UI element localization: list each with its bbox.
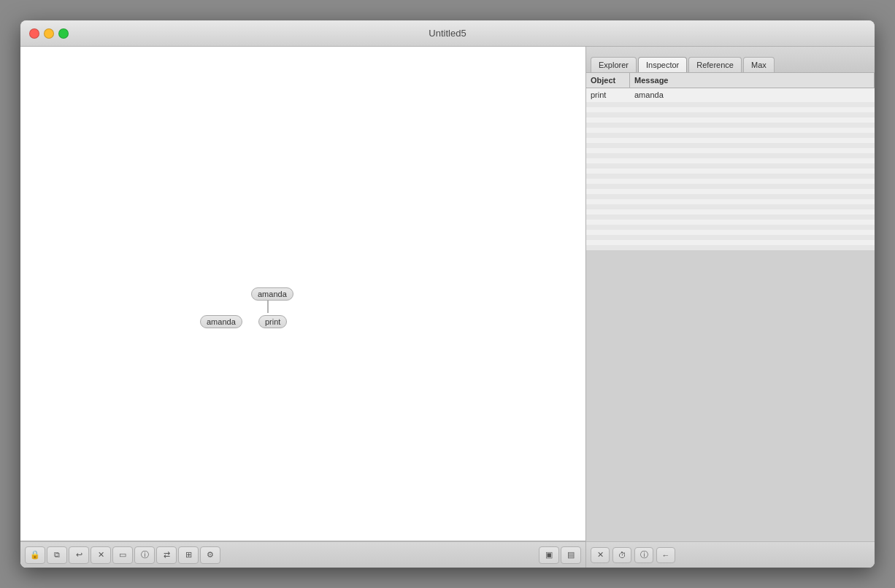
cell-message (630, 189, 875, 193)
table-row (586, 184, 875, 189)
cell-object (586, 220, 630, 224)
cell-object (586, 245, 630, 249)
grid-button[interactable]: ⊞ (178, 546, 199, 564)
split-left-button[interactable]: ▣ (539, 546, 559, 564)
table-row (586, 199, 875, 204)
cell-message (630, 225, 875, 229)
table-row (586, 230, 875, 235)
cell-message (630, 245, 875, 249)
delete-button[interactable]: ✕ (91, 546, 111, 564)
close-button[interactable] (29, 28, 39, 39)
table-row (586, 189, 875, 194)
col-header-message: Message (630, 73, 875, 88)
cell-message (630, 158, 875, 163)
table-row (586, 102, 875, 107)
split-buttons: ▣ ▤ (539, 546, 581, 564)
cell-message (630, 230, 875, 234)
cell-message (630, 102, 875, 107)
patch-button[interactable]: ⇄ (156, 546, 177, 564)
cell-message: amanda (630, 88, 875, 101)
info-console-button[interactable]: ⓘ (634, 547, 653, 563)
table-row (586, 128, 875, 133)
cell-message (630, 138, 875, 142)
table-row (586, 240, 875, 245)
message-node-amanda[interactable]: amanda (251, 287, 293, 301)
message-node-amanda2[interactable]: amanda (200, 315, 242, 328)
table-row (586, 179, 875, 184)
cell-object (586, 174, 630, 178)
tab-inspector[interactable]: Inspector (638, 57, 687, 72)
cell-message (630, 117, 875, 122)
object-node-print[interactable]: print (258, 315, 287, 328)
table-row (586, 174, 875, 179)
cell-object (586, 138, 630, 142)
cell-message (630, 235, 875, 239)
cell-message (630, 209, 875, 214)
table-row (586, 225, 875, 230)
split-right-button[interactable]: ▤ (561, 546, 581, 564)
cell-message (630, 204, 875, 209)
minimize-button[interactable] (44, 28, 54, 39)
clear-console-button[interactable]: ✕ (591, 547, 610, 563)
back-button[interactable]: ← (656, 547, 675, 563)
cell-object (586, 143, 630, 147)
cell-object (586, 112, 630, 117)
cell-message (630, 112, 875, 117)
undo-button[interactable]: ↩ (69, 546, 89, 564)
table-row (586, 138, 875, 143)
tab-max[interactable]: Max (743, 57, 775, 72)
table-row (586, 153, 875, 158)
table-row (586, 117, 875, 123)
cell-message (630, 123, 875, 127)
copy-button[interactable]: ⧉ (47, 546, 67, 564)
cell-object (586, 153, 630, 158)
main-window: Untitled5 amanda print (20, 20, 875, 568)
maximize-button[interactable] (58, 28, 69, 39)
table-row (586, 143, 875, 148)
cell-object (586, 189, 630, 193)
table-row (586, 235, 875, 240)
table-row (586, 163, 875, 169)
cell-message (630, 163, 875, 168)
cell-message (630, 143, 875, 147)
cell-message (630, 179, 875, 183)
cell-object (586, 158, 630, 163)
cell-message (630, 148, 875, 152)
cell-object (586, 117, 630, 122)
cell-message (630, 153, 875, 158)
cell-message (630, 199, 875, 204)
cell-object (586, 102, 630, 107)
cell-message (630, 240, 875, 244)
tab-reference[interactable]: Reference (688, 57, 742, 72)
cell-message (630, 220, 875, 224)
cell-object (586, 184, 630, 188)
extras-button[interactable]: ⚙ (200, 546, 220, 564)
cell-object (586, 204, 630, 209)
table-row (586, 194, 875, 199)
patch-cables (20, 47, 585, 541)
present-button[interactable]: ▭ (112, 546, 133, 564)
table-row (586, 123, 875, 128)
content-area: amanda print amanda 🔒 ⧉ ↩ ✕ ▭ ⓘ ⇄ (20, 47, 875, 568)
info-button[interactable]: ⓘ (134, 546, 155, 564)
cell-object (586, 225, 630, 229)
cell-message (630, 133, 875, 137)
cell-message (630, 174, 875, 178)
titlebar: Untitled5 (20, 20, 875, 47)
right-tabs: Explorer Inspector Reference Max (586, 47, 875, 73)
cell-message (630, 128, 875, 132)
clock-button[interactable]: ⏱ (612, 547, 631, 563)
console-table[interactable]: Object Message print amanda (586, 73, 875, 541)
cell-message (630, 214, 875, 219)
cell-object (586, 123, 630, 127)
cell-object (586, 209, 630, 214)
tab-explorer[interactable]: Explorer (591, 57, 637, 72)
lock-button[interactable]: 🔒 (25, 546, 45, 564)
table-row (586, 204, 875, 209)
cell-object (586, 214, 630, 219)
canvas-area[interactable]: amanda print amanda (20, 47, 585, 541)
table-row (586, 158, 875, 163)
cell-object (586, 235, 630, 239)
table-row (586, 107, 875, 112)
window-title: Untitled5 (429, 28, 466, 39)
